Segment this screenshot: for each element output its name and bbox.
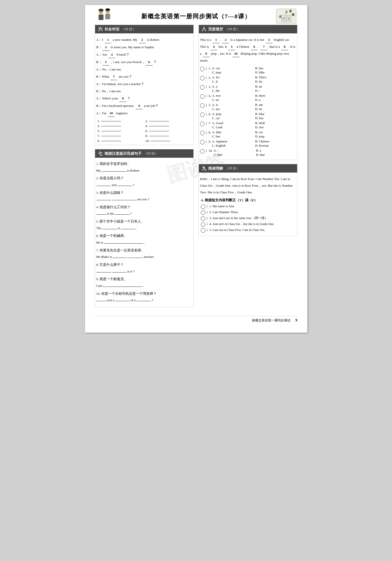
- tf-item-4: ）4. Ann isn't in Class Six，but she is in…: [201, 222, 295, 227]
- section-9-header: 九 阅读理解 （10 分）: [199, 164, 297, 173]
- section-7-title: 根据汉意提示完成句子: [104, 151, 142, 156]
- dialog-line-6: B：What 7 are you？: [96, 73, 192, 80]
- mc-item-7: ）7. A. Good B. Well C. Look D. See: [200, 121, 296, 129]
- sentence-9: 9. 我是一个邮递员。 I am .: [96, 276, 192, 289]
- blank-10: 10: [108, 110, 115, 117]
- blank-4: 4: [108, 51, 115, 58]
- s10-blank3: [136, 297, 151, 301]
- blank-3: 3: [103, 44, 109, 51]
- s5-blank1: [102, 225, 117, 229]
- section-8-header: 八 完形填空 （10 分）: [199, 25, 297, 33]
- svg-rect-1: [99, 15, 103, 20]
- section-9-title: 阅读理解: [208, 166, 223, 171]
- mc-bracket-3: [200, 85, 205, 90]
- s6-blank: [104, 240, 144, 244]
- tf-bracket-1: [201, 204, 205, 209]
- svg-text:新: 新: [289, 10, 292, 13]
- mc-item-9: ）9. A. Japanese B. Chinese C. English D.…: [200, 139, 296, 148]
- blank-9: 9: [136, 102, 143, 109]
- s8-blank2: [112, 269, 127, 272]
- answer-line-5: [101, 131, 121, 131]
- page-header: 新概念英语第一册同步测试（7—8课） 月 新 概 念 英 语: [95, 12, 297, 20]
- sentence-completion: 1. 我的名字是罗伯特。 My is Robert. 2. 你是法国人吗？ yo…: [95, 161, 193, 303]
- answer-item-10: 10.: [145, 139, 191, 143]
- section-9: 九 阅读理解 （10 分） Hello，I am Li Ming. I am i…: [199, 164, 297, 236]
- svg-text:英: 英: [283, 18, 285, 20]
- logo-right: 月 新 概 念 英 语: [275, 8, 297, 25]
- section-7-header: 七 根据汉意提示完成句子 （10 分）: [95, 149, 193, 158]
- blank-6: 6: [146, 59, 153, 66]
- tf-item-1: ）1. My name is Ann.: [201, 204, 295, 209]
- dialog-line-9: A：What's your 8？: [96, 95, 192, 102]
- section-6-points: （10 分）: [121, 27, 136, 31]
- tf-bracket-2: [201, 210, 205, 215]
- answer-line-9: [101, 141, 121, 141]
- sentence-2: 2. 你是法国人吗？ you ?: [96, 175, 192, 188]
- answer-line-6: [149, 131, 169, 131]
- mascot-left: [95, 8, 115, 25]
- sentence-4: 4. 他是做什么工作的？ is his ?: [96, 204, 192, 217]
- fp-blank-2: 2: [222, 36, 229, 43]
- svg-point-8: [106, 11, 107, 12]
- s4-blank2: [115, 211, 129, 215]
- sentence-1: 1. 我的名字是罗伯特。 My is Robert.: [96, 161, 192, 174]
- answer-line-2: [149, 121, 169, 121]
- mc-item-4: ）4. A. two B. three C. no D. a: [200, 94, 296, 102]
- section-7-num: 七: [98, 151, 103, 157]
- svg-rect-3: [105, 14, 110, 19]
- svg-point-4: [99, 9, 103, 12]
- tf-label: A. 根据短文内容判断正（T）误（F）: [199, 198, 297, 202]
- fp-blank-7: 7: [260, 43, 267, 50]
- answer-item-5: 5.: [98, 129, 143, 133]
- svg-point-7: [101, 12, 102, 13]
- mc-item-2: ）2. A. It's B. This's C. It D. Its: [200, 75, 296, 84]
- answer-line-1: [101, 121, 121, 121]
- fp-blank-6: 6: [251, 43, 258, 50]
- mc-item-3: ）3. A. a B. an C. the D. /: [200, 85, 296, 93]
- answer-line-3: [101, 126, 121, 126]
- section-6-num: 六: [98, 26, 103, 32]
- mc-bracket-6: [200, 112, 205, 117]
- s2-blank1: [96, 182, 111, 186]
- s2-blank2: [118, 182, 132, 186]
- answer-grid: 1. 2. 3. 4.: [95, 119, 193, 143]
- svg-text:月: 月: [285, 11, 288, 14]
- dialog-line-10: B：I'm a keyboard operator. 9 your job？: [96, 102, 192, 109]
- mc-bracket-5: [200, 103, 205, 108]
- blank-2: 2: [139, 36, 146, 43]
- dialog-line-8: B：No，I am not.: [96, 88, 192, 94]
- sentence-7: 7. 布莱克先生是一位英语老师。 Mr Blake is teacher.: [96, 247, 192, 260]
- answer-item-8: 8.: [145, 134, 191, 138]
- page-title: 新概念英语第一册同步测试（7—8课）: [141, 12, 251, 20]
- dialog-line-2: B：3 to meet you. My name is Sophie.: [96, 44, 192, 51]
- section-8-title: 完形填空: [208, 27, 223, 32]
- fill-passage: This is a 1. 2 is a Japanese car. It is …: [199, 36, 297, 64]
- section-9-points: （10 分）: [225, 166, 240, 171]
- fp-blank-10: 10: [232, 50, 239, 57]
- s7-blank1: [113, 254, 127, 258]
- tf-item-3: ）3. Ann and I are in the same row.（同一排）: [201, 216, 295, 221]
- section-7: 七 根据汉意提示完成句子 （10 分） 1. 我的名字是罗伯特。 My is R…: [95, 149, 194, 307]
- mc-bracket-7: [200, 122, 205, 126]
- s5-blank2: [121, 225, 136, 229]
- tf-item-2: ）2. I am Number Three.: [201, 210, 295, 215]
- mc-item-1: ）1. A. car B. bus C. jeep D. bike: [200, 66, 296, 74]
- page-footer: 新概念英语第一册同步测试 9: [95, 316, 297, 323]
- sentence-3: 3. 你是什么国籍？ are you ?: [96, 190, 192, 202]
- svg-point-9: [108, 11, 109, 12]
- dialog-line-5: A：No，I am not.: [96, 66, 192, 73]
- svg-point-5: [105, 8, 110, 11]
- tf-bracket-3: [201, 216, 205, 221]
- tf-items: ）1. My name is Ann. ）2. I am Number Thre…: [199, 204, 297, 233]
- answer-line-4: [149, 126, 169, 126]
- s1-blank: [102, 168, 126, 172]
- fp-blank-3: 3: [266, 36, 272, 43]
- sentence-8: 8. 它是什么牌子？ is it ?: [96, 262, 192, 274]
- s10-blank1: [96, 297, 106, 301]
- section-6-title: 补全对话: [104, 27, 119, 32]
- mc-bracket-2: [200, 76, 205, 80]
- fp-blank-9: 9: [203, 50, 210, 57]
- s7-blank2: [128, 254, 143, 258]
- mc-bracket-8: [200, 131, 205, 135]
- section-8-num: 八: [202, 26, 206, 32]
